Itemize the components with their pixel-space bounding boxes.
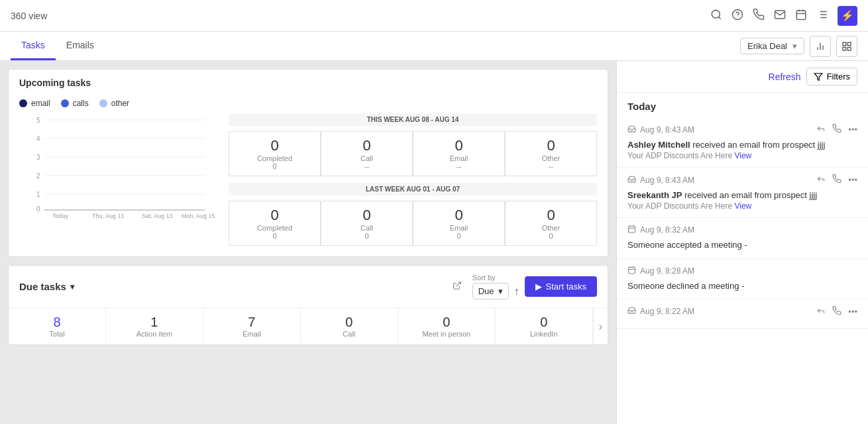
svg-rect-4 bbox=[796, 11, 806, 20]
due-tasks-title: Due tasks ▾ bbox=[19, 281, 74, 292]
this-week-stats: 0 Completed 0 0 Call -- 0 Em bbox=[229, 131, 597, 176]
last-week-other-sub: 0 bbox=[508, 232, 594, 240]
start-tasks-button[interactable]: ▶ Start tasks bbox=[525, 276, 597, 297]
deal-dropdown[interactable]: Erika Deal ▾ bbox=[740, 38, 804, 54]
chevron-down-icon: ▾ bbox=[498, 286, 503, 296]
sort-asc-icon[interactable]: ↑ bbox=[514, 286, 519, 297]
this-week-completed: 0 Completed 0 bbox=[229, 131, 321, 176]
list-item: Aug 9, 8:43 AM ••• Ashley Mitchell recei… bbox=[617, 117, 868, 168]
tabs: Tasks Emails bbox=[11, 32, 105, 60]
tab-tasks[interactable]: Tasks bbox=[11, 32, 56, 60]
activity-feed: Today Aug 9, 8:43 AM bbox=[617, 93, 868, 424]
activity-desc-1: received an email from prospect jjjj bbox=[690, 140, 826, 150]
activity-text-2: Sreekanth JP received an email from pros… bbox=[627, 189, 857, 201]
calls-dot bbox=[61, 99, 69, 107]
this-week-call: 0 Call -- bbox=[321, 131, 413, 176]
activity-time-1: Aug 9, 8:43 AM bbox=[627, 125, 694, 135]
due-tasks-card: Due tasks ▾ Sort by Due ▾ ↑ bbox=[8, 265, 608, 345]
phone-icon[interactable] bbox=[832, 306, 841, 317]
last-week-call: 0 Call 0 bbox=[321, 201, 413, 246]
activity-time-3: Aug 9, 8:32 AM bbox=[627, 225, 694, 235]
phone-icon[interactable] bbox=[832, 124, 841, 135]
this-week-email-num: 0 bbox=[416, 137, 502, 154]
svg-text:2: 2 bbox=[36, 172, 40, 180]
list-icon[interactable] bbox=[816, 9, 828, 23]
topbar-icons: ⚡ bbox=[710, 6, 857, 26]
tab-emails[interactable]: Emails bbox=[56, 32, 105, 60]
this-week-completed-label: Completed bbox=[232, 154, 317, 162]
last-week-call-num: 0 bbox=[324, 207, 409, 224]
activity-person-2: Sreekanth JP bbox=[627, 190, 682, 200]
phone-icon[interactable] bbox=[753, 9, 765, 23]
sort-dropdown[interactable]: Due ▾ bbox=[472, 283, 509, 299]
last-week-email-sub: 0 bbox=[416, 232, 502, 240]
stat-action-item: 1 Action item bbox=[106, 308, 203, 344]
reply-icon[interactable] bbox=[816, 124, 826, 135]
stat-email: 7 Email bbox=[203, 308, 301, 344]
stat-call-num: 0 bbox=[303, 315, 395, 330]
activity-actions-2: ••• bbox=[816, 174, 857, 186]
activity-text-4: Someone declined a meeting - bbox=[627, 280, 857, 292]
svg-text:0: 0 bbox=[36, 205, 40, 213]
external-link-icon[interactable] bbox=[453, 281, 462, 292]
help-icon[interactable] bbox=[732, 9, 743, 23]
stat-meet-label: Meet in person bbox=[401, 330, 492, 338]
topbar-left: 360 view bbox=[11, 11, 47, 21]
chart-icon[interactable] bbox=[810, 36, 831, 57]
stat-linkedin-label: LinkedIn bbox=[498, 330, 590, 338]
this-week-other-num: 0 bbox=[508, 137, 594, 154]
mail-icon[interactable] bbox=[774, 9, 786, 23]
last-week-email: 0 Email 0 bbox=[413, 201, 505, 246]
stat-action-label: Action item bbox=[109, 330, 200, 338]
activity-meta-2: Aug 9, 8:43 AM ••• bbox=[627, 174, 857, 186]
dashboard-icon[interactable] bbox=[836, 36, 857, 57]
due-tasks-header: Due tasks ▾ Sort by Due ▾ ↑ bbox=[9, 266, 608, 307]
search-icon[interactable] bbox=[710, 9, 722, 23]
more-icon[interactable]: ••• bbox=[848, 175, 857, 185]
sort-section: Sort by Due ▾ bbox=[472, 274, 509, 299]
this-week-completed-num: 0 bbox=[232, 137, 317, 154]
chart-area: 5 4 3 2 1 0 Today bbox=[9, 113, 608, 256]
activity-timestamp-1: Aug 9, 8:43 AM bbox=[640, 125, 694, 134]
stat-call-label: Call bbox=[303, 330, 395, 338]
last-week-other: 0 Other 0 bbox=[505, 201, 597, 246]
legend-calls: calls bbox=[61, 99, 89, 108]
activity-meta-3: Aug 9, 8:32 AM bbox=[627, 225, 857, 235]
filter-button[interactable]: Filters bbox=[806, 68, 857, 85]
calendar-icon[interactable] bbox=[795, 9, 807, 23]
legend-other: other bbox=[99, 99, 129, 108]
svg-line-1 bbox=[718, 17, 720, 19]
today-section-title: Today bbox=[617, 93, 868, 117]
view-link-2[interactable]: View bbox=[734, 201, 751, 211]
activity-time-4: Aug 9, 8:28 AM bbox=[627, 266, 694, 276]
more-stats-btn[interactable]: › bbox=[593, 308, 608, 344]
due-task-stats: 8 Total 1 Action item 7 Email 0 Call 0 bbox=[9, 307, 608, 344]
activity-actions-1: ••• bbox=[816, 124, 857, 135]
chevron-right-icon: › bbox=[599, 321, 602, 333]
list-item: Aug 9, 8:22 AM ••• bbox=[617, 299, 868, 329]
reply-icon[interactable] bbox=[816, 174, 826, 186]
more-icon[interactable]: ••• bbox=[848, 307, 857, 317]
app-title: 360 view bbox=[11, 11, 47, 21]
last-week-other-num: 0 bbox=[508, 207, 594, 224]
more-icon[interactable]: ••• bbox=[848, 125, 857, 134]
activity-timestamp-4: Aug 9, 8:28 AM bbox=[640, 266, 694, 276]
refresh-button[interactable]: Refresh bbox=[769, 72, 801, 82]
svg-point-0 bbox=[712, 10, 720, 18]
svg-text:Today: Today bbox=[52, 213, 69, 219]
activity-timestamp-5: Aug 9, 8:22 AM bbox=[640, 307, 694, 316]
legend-email-label: email bbox=[31, 99, 50, 108]
activity-meta-1: Aug 9, 8:43 AM ••• bbox=[627, 124, 857, 135]
last-week-other-label: Other bbox=[508, 224, 594, 232]
main-layout: Upcoming tasks email calls other bbox=[0, 61, 868, 424]
this-week-call-label: Call bbox=[324, 154, 409, 162]
reply-icon[interactable] bbox=[816, 306, 826, 317]
svg-rect-20 bbox=[843, 47, 846, 50]
phone-icon[interactable] bbox=[832, 174, 841, 186]
this-week-call-num: 0 bbox=[324, 137, 409, 154]
view-link-1[interactable]: View bbox=[734, 151, 751, 160]
last-week-block: LAST WEEK AUG 01 - AUG 07 0 Completed 0 … bbox=[229, 183, 597, 246]
chevron-down-icon[interactable]: ▾ bbox=[70, 282, 74, 292]
activity-text-1: Ashley Mitchell received an email from p… bbox=[627, 139, 857, 151]
accent-button[interactable]: ⚡ bbox=[838, 6, 857, 26]
